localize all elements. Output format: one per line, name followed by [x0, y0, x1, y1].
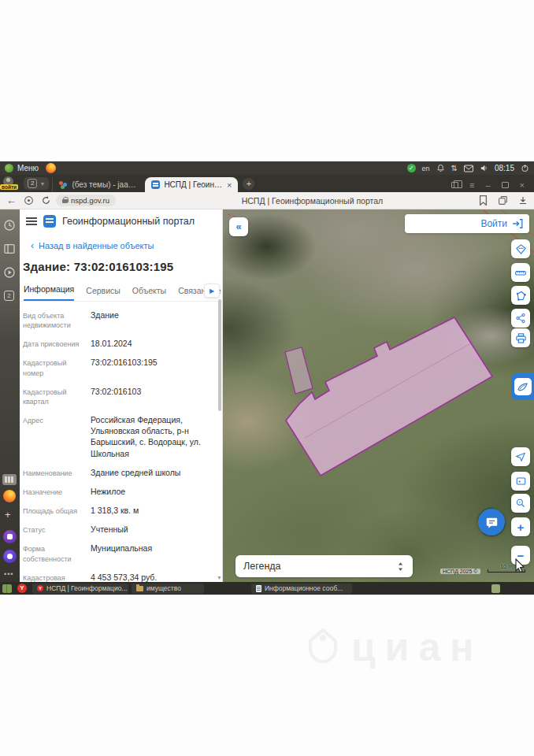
history-clock-icon[interactable] — [3, 219, 16, 232]
desktop-screenshot: Меню ✓ en ⇅ 08:15 войти 2 ▼ — [0, 161, 534, 595]
tabs-overview-icon[interactable]: 2 — [4, 291, 14, 301]
panel-scrollbar[interactable] — [218, 299, 221, 411]
object-title: Здание: 73:02:016103:195 — [20, 253, 222, 276]
tab-title: НСПД | Геоинформаци — [164, 180, 223, 189]
keyboard-layout-indicator[interactable]: en — [422, 165, 430, 172]
restore-button[interactable] — [502, 182, 509, 188]
browser-menu-icon[interactable]: ≡ — [469, 181, 474, 189]
download-icon[interactable] — [518, 195, 528, 206]
new-tab-button[interactable]: + — [243, 178, 254, 190]
bookmark-flag-icon[interactable] — [479, 195, 488, 206]
field-row: Площадь общая1 318,3 кв. м — [23, 505, 214, 516]
gmail-favicon — [59, 180, 68, 189]
tab-count: 2 — [28, 179, 37, 188]
browser-content: 2 + ••• Геоинформационный портал ‹ Назад… — [0, 209, 534, 582]
collections-icon[interactable] — [498, 195, 508, 206]
address-bar[interactable]: nspd.gov.ru — [56, 195, 116, 206]
cian-logo-icon — [306, 627, 340, 668]
mail-icon[interactable] — [464, 165, 473, 172]
back-to-results-link[interactable]: ‹ Назад в найденные объекты — [20, 232, 222, 253]
field-row: Форма собственностиМуниципальная — [23, 543, 214, 563]
building-annex-polygon — [285, 347, 313, 394]
portal-title: Геоинформационный портал — [62, 216, 195, 227]
clock[interactable]: 08:15 — [495, 164, 514, 172]
lock-icon — [62, 197, 68, 204]
field-row: Вид объекта недвижимостиЗдание — [23, 309, 214, 330]
taskbar-item-nspd[interactable]: Y НСПД | Геоинформацио... — [32, 584, 128, 594]
volume-icon[interactable] — [480, 164, 488, 172]
play-circle-icon[interactable] — [3, 266, 16, 279]
yandex-mini-icon: Y — [37, 585, 43, 591]
tab-gmail[interactable]: (без темы) - jaabarysh@g — [52, 177, 145, 192]
collapse-panel-button[interactable]: « — [229, 217, 248, 236]
scrollbar-down-arrow[interactable]: ▼ — [217, 575, 222, 580]
hamburger-menu-icon[interactable] — [26, 217, 37, 225]
login-bar[interactable]: Войти — [405, 214, 529, 233]
mouse-cursor — [514, 558, 525, 573]
menu-label[interactable]: Меню — [17, 164, 39, 172]
field-row: Кадастровая стоимость4 453 573,34 руб. — [23, 572, 214, 582]
notification-bell-icon[interactable] — [436, 164, 445, 172]
add-shortcut-icon[interactable]: + — [5, 509, 11, 521]
tabs-scroll-right-button[interactable]: ▶ — [204, 284, 220, 298]
refresh-icon[interactable] — [41, 195, 51, 206]
purple-app-icon[interactable] — [3, 530, 17, 543]
close-button[interactable]: × — [520, 181, 525, 189]
browser-toolbar: ← nspd.gov.ru НСПД | Геоинформационный п… — [0, 192, 534, 209]
attribute-list: Вид объекта недвижимостиЗдание Дата прис… — [20, 302, 222, 582]
portal-logo-icon — [43, 215, 56, 228]
profile-login-badge: войти — [0, 184, 18, 190]
geo-objects-tool[interactable] — [511, 239, 530, 258]
system-menu-bar: Меню ✓ en ⇅ 08:15 — [0, 161, 534, 175]
search-help-tool[interactable] — [511, 494, 530, 513]
power-icon[interactable] — [521, 164, 529, 172]
firefox-launcher-icon[interactable] — [46, 163, 56, 173]
screenshot-area-tool[interactable] — [511, 472, 530, 491]
workspace-pager-icon[interactable] — [2, 584, 12, 593]
document-icon — [256, 585, 261, 592]
print-tool[interactable] — [511, 328, 530, 347]
map-canvas[interactable]: « Войти — [223, 209, 534, 582]
browser-profile[interactable]: войти — [0, 175, 19, 192]
basemap-switcher-button[interactable] — [511, 373, 534, 400]
field-row: Дата присвоения18.01.2024 — [23, 338, 214, 349]
tab-groups-button[interactable]: 2 ▼ — [24, 177, 49, 190]
building-polygon — [286, 317, 492, 476]
legend-bar[interactable]: Легенда — [235, 555, 413, 577]
taskbar-tray-icon[interactable] — [491, 584, 500, 593]
draw-polygon-tool[interactable] — [511, 286, 530, 305]
login-label: Войти — [480, 218, 507, 229]
tab-objects[interactable]: Объекты — [132, 286, 166, 301]
browser-tab-bar: войти 2 ▼ (без темы) - jaabarysh@g НСПД … — [0, 175, 534, 192]
protect-shield-icon[interactable] — [24, 195, 34, 206]
back-link-label: Назад в найденные объекты — [39, 241, 154, 250]
tab-close-icon[interactable]: × — [227, 180, 232, 190]
tab-nspd-active[interactable]: НСПД | Геоинформаци × — [145, 177, 238, 192]
back-button[interactable]: ← — [6, 195, 17, 206]
tab-information[interactable]: Информация — [24, 284, 74, 301]
support-chat-button[interactable] — [477, 507, 506, 537]
tab-services[interactable]: Сервисы — [86, 286, 121, 301]
side-panel-icon[interactable] — [451, 182, 458, 188]
page: Меню ✓ en ⇅ 08:15 войти 2 ▼ — [0, 0, 534, 756]
measure-ruler-tool[interactable] — [511, 263, 530, 282]
network-traffic-icon[interactable]: ⇅ — [451, 164, 458, 172]
taskbar-item-folder[interactable]: имущество — [132, 584, 204, 594]
purple-app-icon-2[interactable] — [3, 550, 17, 563]
url-text: nspd.gov.ru — [71, 196, 109, 205]
yandex-browser-icon[interactable]: Y — [17, 584, 27, 593]
field-row: Кадастровый квартал73:02:016103 — [23, 386, 214, 406]
share-tool[interactable] — [511, 309, 530, 328]
more-dots-icon[interactable]: ••• — [4, 570, 13, 578]
locate-me-tool[interactable] — [511, 447, 530, 466]
firefox-shortcut-icon[interactable] — [3, 490, 16, 502]
distro-menu-icon[interactable] — [5, 164, 13, 172]
taskbar-item-document[interactable]: Информационное сооб... — [251, 584, 352, 594]
minimize-button[interactable]: – — [485, 181, 490, 189]
panels-icon[interactable] — [3, 243, 16, 255]
zoom-in-button[interactable]: + — [511, 517, 530, 536]
nspd-favicon — [151, 180, 160, 189]
smartbox-page-title[interactable]: НСПД | Геоинформационный портал — [242, 196, 384, 206]
safety-check-icon[interactable]: ✓ — [407, 164, 416, 172]
screenshot-tile-icon[interactable] — [2, 474, 17, 485]
